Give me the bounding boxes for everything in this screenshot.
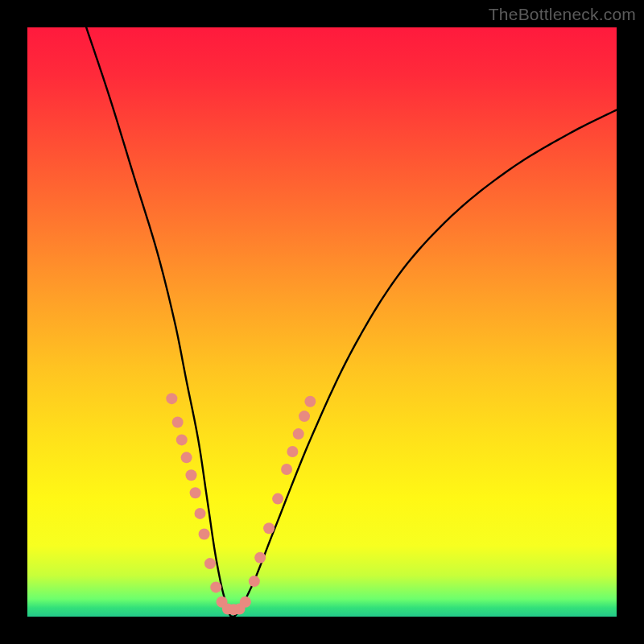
- chart-plot-area: [27, 27, 617, 617]
- watermark-text: TheBottleneck.com: [489, 5, 636, 24]
